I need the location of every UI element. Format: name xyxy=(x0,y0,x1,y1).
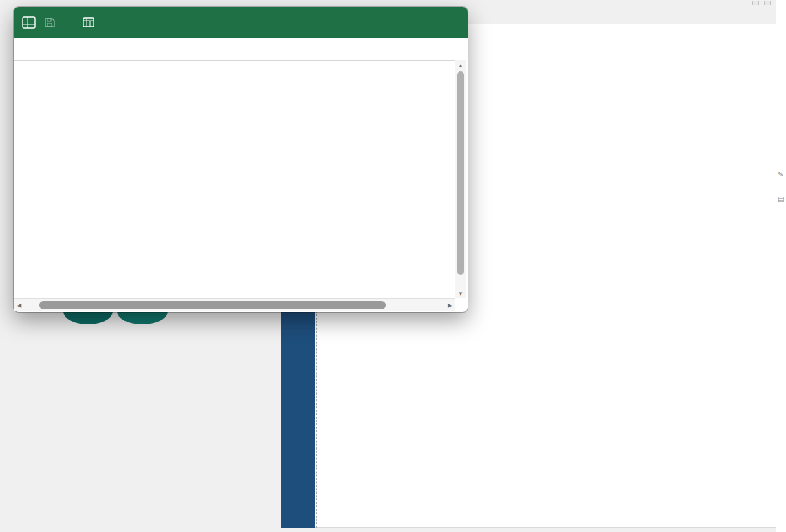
right-panel-rail: ✎ ▤ xyxy=(776,0,786,532)
chart-table-icon xyxy=(83,17,94,27)
scroll-up-arrow[interactable]: ▲ xyxy=(455,60,466,70)
worksheet-grid[interactable] xyxy=(14,60,455,296)
powerpoint-workspace: ✎ ▤ xyxy=(0,0,786,532)
excel-app-icon xyxy=(22,16,36,29)
vertical-scroll-thumb[interactable] xyxy=(457,71,464,275)
close-button[interactable] xyxy=(439,12,459,33)
vertical-scrollbar[interactable]: ▲ ▼ xyxy=(455,60,466,298)
save-icon[interactable] xyxy=(44,17,55,28)
horizontal-scrollbar[interactable]: ◀ ▶ xyxy=(14,298,455,311)
chart-data-window[interactable]: ▲ ▼ ◀ ▶ xyxy=(14,7,468,312)
scroll-left-arrow[interactable]: ◀ xyxy=(14,299,24,311)
pencil-icon[interactable]: ✎ xyxy=(778,170,783,178)
scroll-down-arrow[interactable]: ▼ xyxy=(455,289,466,298)
shape-icon[interactable]: ▤ xyxy=(778,195,784,203)
scroll-right-arrow[interactable]: ▶ xyxy=(445,299,455,311)
window-titlebar[interactable] xyxy=(14,7,468,38)
horizontal-scroll-thumb[interactable] xyxy=(39,301,386,309)
